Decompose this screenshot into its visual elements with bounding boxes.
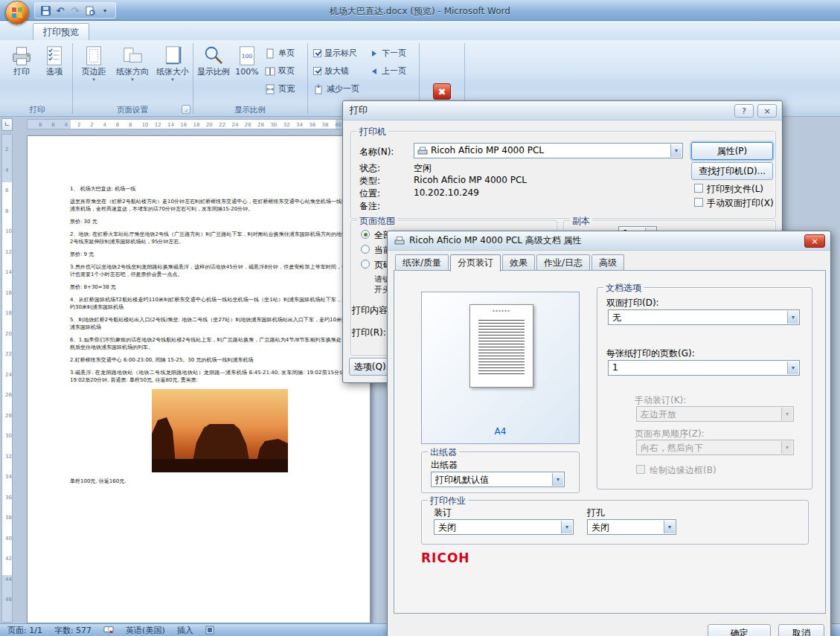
one-page-button[interactable]: 单页 (265, 45, 295, 61)
page-setup-group-label: 页面设置 (73, 105, 192, 115)
printer-location-label: 位置: (359, 187, 380, 200)
next-page-label: 下一页 (382, 48, 406, 59)
ricoh-ok-button[interactable]: 确定 (708, 624, 771, 636)
group-separator (193, 43, 193, 114)
orientation-icon (121, 45, 144, 67)
ricoh-dialog-close-button[interactable]: × (804, 234, 825, 248)
two-pages-label: 双页 (278, 65, 295, 77)
ricoh-tab-作业/日志[interactable]: 作业/日志 (536, 254, 590, 270)
shrink-one-page-button[interactable]: 减少一页 (313, 81, 359, 97)
options-button[interactable]: 选项 (39, 44, 70, 77)
zoom-button-label: 显示比例 (197, 67, 230, 77)
status-language[interactable]: 英语(美国) (126, 625, 165, 636)
printer-status-label: 状态: (359, 162, 380, 175)
h-ruler-number: 16 (180, 122, 187, 128)
magnifier-checkbox-box (313, 67, 321, 75)
punch-dropdown-arrow[interactable]: ▾ (664, 521, 675, 533)
prev-page-icon (370, 67, 379, 76)
print-to-file-label: 打印到文件(L) (707, 183, 763, 196)
ricoh-tab-效果[interactable]: 效果 (502, 254, 535, 270)
document-photo (152, 389, 288, 472)
one-page-icon (265, 48, 275, 59)
undo-button[interactable]: ↶ (54, 3, 67, 18)
page-width-button[interactable]: 页宽 (265, 81, 295, 97)
print-to-file-checkbox[interactable] (694, 184, 703, 193)
staple-combo[interactable]: 关闭 ▾ (434, 519, 574, 535)
svg-text:100: 100 (242, 53, 253, 60)
output-tray-dropdown-arrow[interactable]: ▾ (552, 473, 563, 486)
v-ruler-number: 22 (5, 351, 12, 357)
print-button[interactable]: 打印 (6, 44, 37, 77)
page-setup-dialog-launcher[interactable]: ⌟ (182, 105, 190, 114)
document-options-group: 文档选项 双面打印(D): 无 ▾ 每张纸打印的页数(G): 1 ▾ 手动装订(… (597, 287, 812, 489)
document-page[interactable]: 1、 机场大巴直达: 机场一线这里推荐乘坐在（虹桥2号航站楼方向）走10分钟左右… (27, 135, 371, 623)
paper-size-button[interactable]: 纸张大小 ▾ (153, 44, 192, 83)
ricoh-cancel-button[interactable]: 取消 (778, 624, 824, 636)
tab-print-preview[interactable]: 打印预览 (33, 23, 89, 40)
range-current-radio[interactable] (361, 245, 370, 254)
orientation-button[interactable]: 纸张方向 ▾ (113, 44, 152, 83)
document-paragraph: 6、1.如果你们不怕麻烦的话在地铁2号线航站楼2号线站上车，到广兰路站换乘，广兰… (70, 336, 347, 351)
manual-binding-dropdown-arrow: ▾ (781, 408, 792, 420)
show-ruler-checkbox[interactable]: 显示标尺 (313, 45, 357, 61)
h-ruler-number: 26 (245, 122, 251, 128)
output-tray-combo[interactable]: 打印机默认值 ▾ (431, 472, 565, 487)
punch-combo[interactable]: 关闭 ▾ (587, 519, 676, 535)
status-page-info[interactable]: 页面: 1/1 (7, 625, 42, 636)
zoom-button[interactable]: 显示比例 (196, 44, 231, 77)
next-page-button[interactable]: 下一页 (370, 45, 406, 61)
margins-button[interactable]: 页边距 ▾ (76, 44, 112, 83)
print-dialog-titlebar[interactable]: 打印 (343, 101, 782, 121)
prev-page-button[interactable]: 上一页 (370, 63, 406, 79)
ricoh-tab-分页装订[interactable]: 分页装订 (450, 254, 501, 272)
ricoh-tab-纸张/质量[interactable]: 纸张/质量 (395, 254, 449, 270)
range-pages-radio[interactable] (361, 260, 370, 269)
manual-duplex-checkbox[interactable] (694, 198, 703, 207)
duplex-dropdown-arrow[interactable]: ▾ (787, 311, 798, 324)
redo-button[interactable]: ↷ (68, 3, 82, 18)
printer-comment-label: 备注: (359, 200, 380, 213)
printer-properties-button[interactable]: 属性(P) (691, 142, 773, 160)
status-word-count[interactable]: 字数: 577 (54, 625, 92, 636)
print-dialog-close-button[interactable]: × (757, 104, 777, 118)
duplex-combo[interactable]: 无 ▾ (608, 309, 800, 325)
margins-dropdown-arrow: ▾ (92, 77, 95, 83)
ricoh-dialog-title: Ricoh Aficio MP 4000 PCL 高级文档 属性 (409, 234, 582, 247)
print-button-label: 打印 (13, 67, 30, 77)
status-proofing[interactable] (103, 626, 114, 635)
h-ruler-number: 12 (155, 122, 161, 128)
magnifier-icon (202, 45, 225, 67)
qat-customize-button[interactable]: ▾ (98, 3, 112, 18)
spellcheck-icon (103, 626, 114, 635)
printer-name-combo[interactable]: Ricoh Aficio MP 4000 PCL ▾ (414, 143, 683, 158)
print-preview-qat-button[interactable] (83, 3, 97, 18)
status-insert-mode[interactable]: 插入 (177, 625, 193, 636)
pages-per-sheet-dropdown-arrow[interactable]: ▾ (787, 362, 798, 374)
find-printer-button[interactable]: 查找打印机(D)... (691, 162, 773, 180)
printer-group-label: 打印机 (357, 126, 388, 138)
ricoh-dialog-titlebar[interactable]: Ricoh Aficio MP 4000 PCL 高级文档 属性 (388, 231, 830, 251)
shrink-one-page-label: 减少一页 (327, 83, 359, 94)
punch-value: 关闭 (591, 521, 662, 534)
magnifier-checkbox[interactable]: 放大镜 (313, 63, 349, 79)
h-ruler-number: 32 (283, 122, 290, 128)
zoom-100-button[interactable]: 100 100% (232, 44, 262, 77)
range-all-radio[interactable] (361, 230, 370, 239)
printer-name-dropdown-arrow[interactable]: ▾ (670, 144, 682, 157)
magnifier-label: 放大镜 (324, 65, 349, 77)
ricoh-properties-dialog[interactable]: Ricoh Aficio MP 4000 PCL 高级文档 属性 × 纸张/质量… (387, 231, 831, 636)
print-dialog-help-button[interactable]: ? (734, 104, 754, 118)
show-ruler-label: 显示标尺 (324, 48, 357, 59)
pages-per-sheet-combo[interactable]: 1 ▾ (608, 360, 800, 376)
v-ruler-number: 40 (5, 536, 12, 542)
vertical-ruler[interactable]: 2468101214161820222426283032343638404244… (1, 134, 13, 623)
two-pages-button[interactable]: 双页 (265, 63, 295, 79)
status-macro[interactable] (205, 626, 214, 635)
save-button[interactable] (39, 3, 52, 18)
v-ruler-number: 36 (5, 495, 12, 501)
staple-dropdown-arrow[interactable]: ▾ (561, 521, 572, 533)
ricoh-tab-高级[interactable]: 高级 (591, 254, 624, 270)
v-ruler-number: 34 (5, 474, 12, 480)
v-ruler-number: 44 (5, 576, 12, 582)
office-button[interactable] (5, 1, 29, 25)
